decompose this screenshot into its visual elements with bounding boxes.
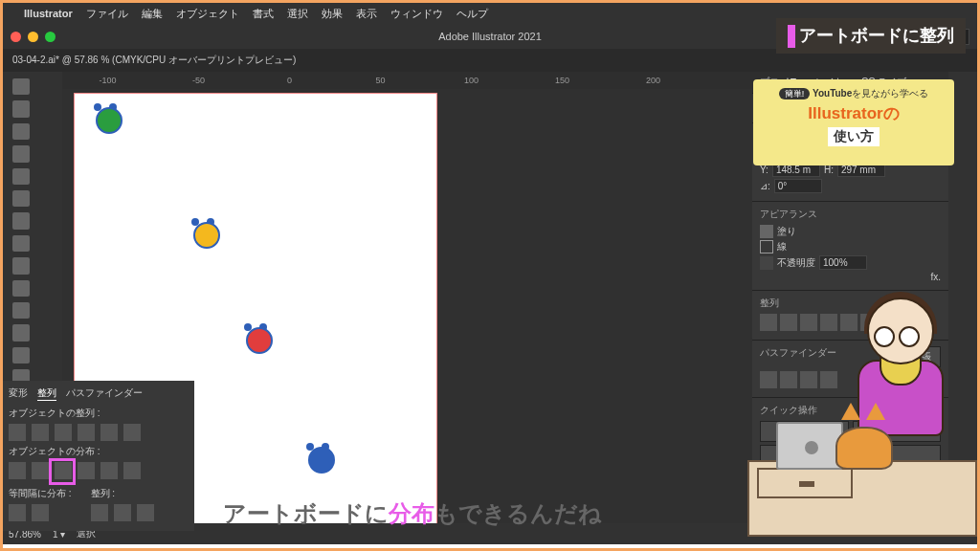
caption-part: アートボードに xyxy=(223,500,389,526)
card-youtube: YouTube xyxy=(813,88,852,99)
app-name[interactable]: Illustrator xyxy=(24,8,73,19)
distribute-objects-label: オブジェクトの分布 : xyxy=(9,445,189,458)
align-to-selection-icon[interactable] xyxy=(91,504,108,521)
pen-tool[interactable] xyxy=(12,168,30,185)
align-right-icon[interactable] xyxy=(55,424,72,441)
card-tag: 使い方 xyxy=(828,127,880,146)
menu-edit[interactable]: 編集 xyxy=(142,7,163,21)
rotate-tool[interactable] xyxy=(12,324,30,341)
dist-vspace-icon[interactable] xyxy=(9,504,26,521)
tab-align[interactable]: 整列 xyxy=(37,386,56,401)
align-vcenter-icon[interactable] xyxy=(100,424,118,441)
opacity-label: 不透明度 xyxy=(777,256,815,270)
illustration xyxy=(747,269,968,537)
video-title-overlay: アートボードに整列 xyxy=(776,18,966,54)
caption-emphasis: 分布 xyxy=(389,500,434,526)
dist-vcenter-icon[interactable] xyxy=(32,462,49,479)
cat-illustration xyxy=(835,412,902,470)
align-to-artboard-icon[interactable] xyxy=(137,504,154,521)
maximize-icon[interactable] xyxy=(45,32,56,42)
appearance-header: アピアランス xyxy=(760,208,941,221)
align-to-key-icon[interactable] xyxy=(114,504,131,521)
ruler-mark: 200 xyxy=(608,76,699,85)
dist-hright-icon[interactable] xyxy=(123,462,141,479)
pencil-tool[interactable] xyxy=(12,280,30,297)
video-title-text: アートボードに整列 xyxy=(799,26,954,45)
menu-view[interactable]: 表示 xyxy=(356,7,377,21)
fill-label: 塗り xyxy=(777,225,796,238)
ruler-mark: 100 xyxy=(426,76,517,85)
tutorial-card: 簡単! YouTubeを見ながら学べる Illustratorの 使い方 xyxy=(753,79,954,165)
menu-help[interactable]: ヘルプ xyxy=(457,7,488,21)
magic-wand-tool[interactable] xyxy=(12,123,30,140)
stroke-label: 線 xyxy=(777,240,787,253)
tab-pathfinder[interactable]: パスファインダー xyxy=(66,386,143,401)
lasso-tool[interactable] xyxy=(12,145,30,162)
stroke-swatch[interactable] xyxy=(760,240,773,253)
fill-swatch[interactable] xyxy=(760,225,773,238)
dist-hcenter-icon[interactable] xyxy=(100,462,118,479)
menu-effect[interactable]: 効果 xyxy=(322,7,343,21)
badge: 簡単! xyxy=(779,88,811,99)
artwork-object[interactable] xyxy=(304,443,339,477)
align-hcenter-icon[interactable] xyxy=(32,424,49,441)
menu-window[interactable]: ウィンドウ xyxy=(390,7,443,21)
scale-tool[interactable] xyxy=(12,347,30,364)
angle-input[interactable] xyxy=(774,179,822,193)
minimize-icon[interactable] xyxy=(28,32,38,42)
align-left-icon[interactable] xyxy=(9,424,26,441)
menu-type[interactable]: 書式 xyxy=(253,7,274,21)
window-title: Adobe Illustrator 2021 xyxy=(438,31,542,42)
caption-part: もできるんだね xyxy=(434,500,602,526)
tab-transform[interactable]: 変形 xyxy=(9,386,28,401)
artwork-object[interactable] xyxy=(242,323,277,358)
align-panel: 変形 整列 パスファインダー オブジェクトの整列 : オブジェクトの分布 : 等… xyxy=(3,381,194,531)
opacity-input[interactable] xyxy=(819,255,867,270)
distribute-spacing-label: 等間隔に分布 : xyxy=(9,487,72,500)
ruler-mark: -50 xyxy=(153,76,244,85)
align-to-label: 整列 : xyxy=(91,487,154,500)
menu-object[interactable]: オブジェクト xyxy=(176,7,239,21)
eraser-tool[interactable] xyxy=(12,302,30,319)
ruler-mark: 0 xyxy=(244,76,335,85)
card-title: Illustratorの xyxy=(761,102,947,124)
ruler-horizontal: -100 -50 0 50 100 150 200 xyxy=(62,72,752,89)
line-tool[interactable] xyxy=(12,212,30,229)
align-objects-label: オブジェクトの整列 : xyxy=(9,407,189,420)
video-caption: アートボードに分布もできるんだね xyxy=(223,498,602,529)
type-tool[interactable] xyxy=(12,190,30,207)
menu-file[interactable]: ファイル xyxy=(86,7,128,21)
brush-tool[interactable] xyxy=(12,257,30,274)
dist-hleft-icon[interactable] xyxy=(78,462,95,479)
dist-hspace-icon[interactable] xyxy=(32,504,49,521)
ruler-mark: 150 xyxy=(517,76,608,85)
laptop-icon xyxy=(776,422,843,470)
document-tab[interactable]: 03-04-2.ai* @ 57.86 % (CMYK/CPU オーバープリント… xyxy=(12,54,296,67)
opacity-swatch[interactable] xyxy=(760,256,773,270)
artwork-object[interactable] xyxy=(189,218,224,253)
artwork-object[interactable] xyxy=(92,103,126,138)
align-bottom-icon[interactable] xyxy=(123,424,141,441)
rectangle-tool[interactable] xyxy=(12,235,30,252)
highlight-marker xyxy=(49,458,76,485)
ruler-mark: 50 xyxy=(335,76,426,85)
direct-selection-tool[interactable] xyxy=(12,100,30,117)
card-subtitle: を見ながら学べる xyxy=(852,88,928,99)
selection-tool[interactable] xyxy=(12,78,30,95)
align-top-icon[interactable] xyxy=(78,424,95,441)
menu-select[interactable]: 選択 xyxy=(287,7,308,21)
dist-vtop-icon[interactable] xyxy=(9,462,26,479)
close-icon[interactable] xyxy=(11,32,21,42)
ruler-mark: -100 xyxy=(62,76,153,85)
